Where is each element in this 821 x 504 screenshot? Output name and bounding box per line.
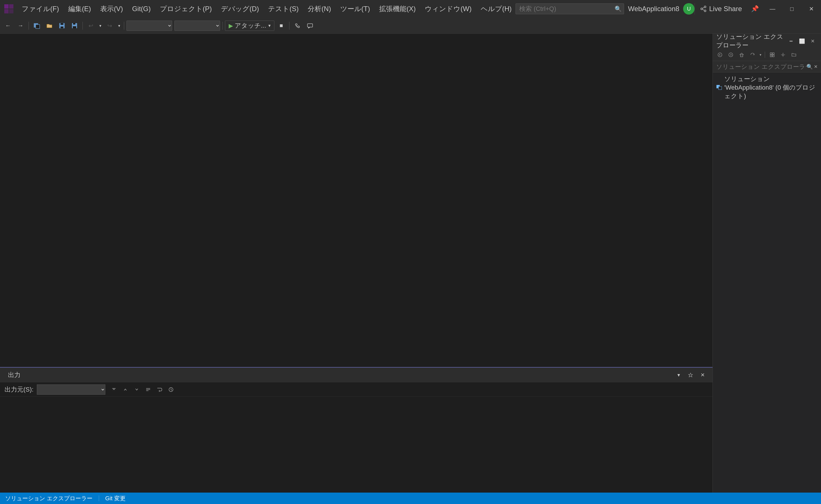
svg-rect-1 (9, 4, 13, 9)
platform-dropdown[interactable] (174, 21, 220, 31)
live-share-button[interactable]: Live Share (695, 3, 747, 15)
se-close-btn[interactable]: ✕ (808, 36, 818, 46)
debug-start-label: アタッチ... (235, 21, 266, 30)
svg-rect-3 (9, 9, 13, 13)
search-input[interactable] (516, 3, 624, 14)
svg-point-34 (782, 54, 784, 56)
se-home-btn[interactable] (737, 50, 746, 60)
se-pin-btn[interactable]: ━ (786, 36, 796, 46)
se-collapse-btn[interactable] (767, 50, 777, 60)
panel-close-btn[interactable]: ✕ (697, 370, 708, 380)
menu-test[interactable]: テスト(S) (264, 3, 303, 15)
se-properties-btn[interactable] (778, 50, 788, 60)
maximize-button[interactable]: □ (782, 0, 802, 18)
menu-analyze[interactable]: 分析(N) (304, 3, 335, 15)
menu-file[interactable]: ファイル(F) (18, 3, 63, 15)
se-toolbar: ▾ (713, 49, 821, 61)
svg-rect-17 (73, 26, 76, 28)
toolbar-undo-dropdown-btn[interactable]: ▾ (98, 20, 103, 31)
solution-explorer-title: ソリューション エクスプローラー (716, 34, 784, 50)
toolbar-forward-btn[interactable]: → (15, 20, 26, 31)
se-show-files-btn[interactable] (789, 50, 799, 60)
svg-point-6 (704, 10, 706, 12)
svg-rect-40 (719, 86, 722, 90)
svg-rect-2 (4, 9, 9, 13)
toolbar-back-btn[interactable]: ← (2, 20, 14, 31)
editor-main[interactable] (0, 34, 713, 367)
menu-debug[interactable]: デバッグ(D) (217, 3, 263, 15)
right-sidebar: ソリューション エクスプローラー ━ ⬜ ✕ (713, 34, 821, 493)
close-button[interactable]: ✕ (802, 0, 821, 18)
pin-icon[interactable]: 📌 (747, 5, 763, 13)
svg-rect-21 (307, 24, 313, 27)
toolbar-save-btn[interactable] (69, 20, 80, 31)
svg-rect-32 (770, 55, 772, 57)
search-icon[interactable]: 🔍 (615, 5, 622, 12)
app-title: WebApplication8 (628, 5, 679, 13)
svg-rect-10 (36, 25, 40, 29)
title-bar: ファイル(F) 編集(E) 表示(V) Git(G) プロジェクト(P) デバッ… (0, 0, 821, 18)
output-clear-btn[interactable] (143, 384, 153, 395)
se-solution-item[interactable]: ソリューション 'WebApplication8' (0 個のプロジェクト) (713, 74, 821, 102)
se-back-btn[interactable] (715, 50, 725, 60)
svg-rect-16 (73, 23, 75, 25)
menu-project[interactable]: プロジェクト(P) (156, 3, 216, 15)
se-search-icon[interactable]: 🔍 (806, 64, 813, 70)
se-forward-btn[interactable] (726, 50, 736, 60)
menu-tools[interactable]: ツール(T) (336, 3, 374, 15)
se-search-input[interactable] (716, 63, 806, 70)
svg-point-27 (718, 53, 722, 57)
search-wrapper: 🔍 (516, 3, 624, 14)
toolbar-feedback-btn[interactable] (304, 20, 316, 31)
output-source-label: 出力元(S): (5, 385, 33, 394)
toolbar-redo-dropdown-btn[interactable]: ▾ (116, 20, 122, 31)
se-maximize-btn[interactable]: ⬜ (797, 36, 807, 46)
status-solution-explorer[interactable]: ソリューション エクスプローラー (3, 495, 94, 502)
toolbar-undo-btn[interactable]: ↩ (85, 20, 96, 31)
menu-view[interactable]: 表示(V) (96, 3, 127, 15)
svg-rect-29 (740, 55, 743, 57)
svg-rect-31 (772, 53, 774, 55)
panel-pin-btn[interactable] (685, 370, 696, 380)
svg-rect-30 (770, 53, 772, 55)
status-sep-1 (99, 495, 99, 501)
output-scroll-up-btn[interactable] (120, 384, 130, 395)
output-content (0, 397, 713, 493)
toolbar-git-btn[interactable] (292, 20, 303, 31)
status-git-changes[interactable]: Git 変更 (104, 495, 127, 502)
output-wrap-btn[interactable] (154, 384, 165, 395)
minimize-button[interactable]: ― (763, 0, 782, 18)
se-sync-dropdown[interactable]: ▾ (758, 50, 762, 60)
output-source-select[interactable] (37, 384, 105, 395)
se-tree: ソリューション 'WebApplication8' (0 個のプロジェクト) (713, 72, 821, 493)
live-share-label: Live Share (709, 5, 742, 13)
se-search-close-icon[interactable]: ✕ (814, 64, 818, 69)
toolbar: ← → ↩ ▾ ↪ ▾ (0, 18, 821, 34)
output-scroll-down-btn[interactable] (132, 384, 142, 395)
toolbar-open-btn[interactable] (44, 20, 55, 31)
menu-git[interactable]: Git(G) (128, 4, 155, 14)
toolbar-save-all-btn[interactable] (56, 20, 68, 31)
output-scroll-top-btn[interactable] (109, 384, 119, 395)
menu-edit[interactable]: 編集(E) (64, 3, 95, 15)
toolbar-sep-4 (222, 22, 223, 30)
debug-stop-btn[interactable]: ■ (275, 20, 287, 31)
output-tab[interactable]: 出力 (5, 369, 24, 381)
build-config-dropdown[interactable] (126, 21, 172, 31)
debug-start-button[interactable]: ▶ アタッチ... ▾ (225, 21, 274, 31)
se-header-icons: ━ ⬜ ✕ (786, 36, 818, 46)
toolbar-redo-btn[interactable]: ↪ (104, 20, 115, 31)
se-sync-btn[interactable] (748, 50, 757, 60)
output-source-row: 出力元(S): (0, 382, 713, 397)
svg-point-18 (295, 24, 297, 25)
menu-extensions[interactable]: 拡張機能(X) (375, 3, 420, 15)
se-solution-icon (716, 84, 722, 91)
bottom-panel-header: 出力 ▾ ✕ (0, 368, 713, 382)
menu-help[interactable]: ヘルプ(H) (477, 3, 516, 15)
output-history-btn[interactable] (166, 384, 176, 395)
user-avatar[interactable]: U (683, 3, 695, 15)
play-icon: ▶ (229, 22, 233, 29)
toolbar-new-solution-btn[interactable] (31, 20, 43, 31)
menu-window[interactable]: ウィンドウ(W) (421, 3, 476, 15)
panel-dropdown-btn[interactable]: ▾ (673, 370, 684, 380)
